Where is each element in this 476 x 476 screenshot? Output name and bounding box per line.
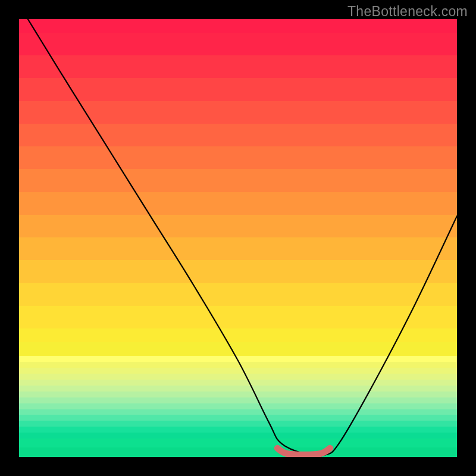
- optimal-range-marker: [277, 448, 330, 455]
- curve-layer: [19, 19, 457, 457]
- chart-frame: TheBottleneck.com: [0, 0, 476, 476]
- bottleneck-curve: [28, 19, 457, 456]
- plot-area: [19, 19, 457, 457]
- watermark-text: TheBottleneck.com: [347, 4, 468, 20]
